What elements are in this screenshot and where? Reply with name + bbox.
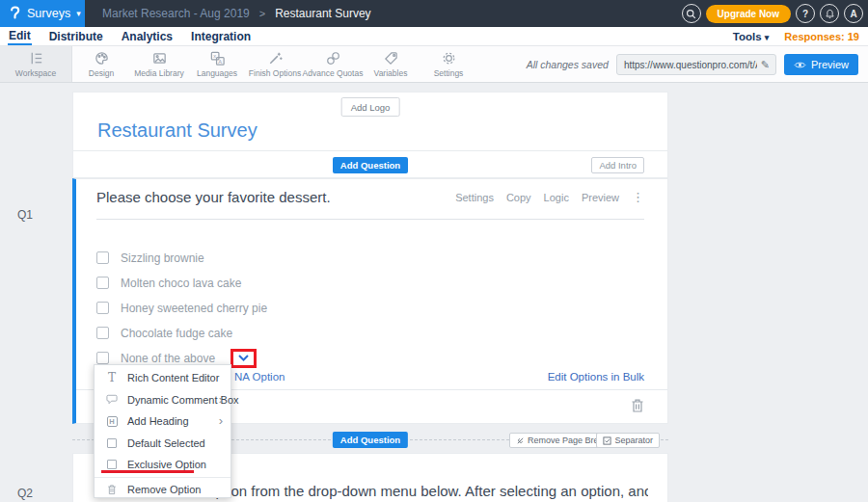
option-context-menu: T Rich Content Editor Dynamic Comment Bo…	[94, 364, 231, 498]
option-row: None of the above	[96, 352, 267, 364]
menu-item-label: Remove Option	[127, 484, 201, 495]
checkbox-icon	[104, 460, 120, 469]
gear-icon	[441, 50, 457, 66]
option-row: Sizzling brownie	[96, 251, 267, 264]
eye-icon	[794, 61, 806, 69]
checkbox-icon	[104, 438, 120, 448]
account-avatar[interactable]: A	[844, 4, 863, 23]
trash-icon	[104, 484, 120, 495]
option-row: Chocolate fudge cake	[96, 327, 267, 339]
autosave-status: All changes saved	[527, 59, 609, 70]
toolbar-right: All changes saved ✎ Preview	[527, 46, 858, 83]
top-bar: Surveys ▾ Market Research - Aug 2019 > R…	[0, 0, 868, 27]
tab-edit[interactable]: Edit	[8, 27, 32, 45]
toolbar-item-workspace[interactable]: Workspace	[0, 46, 72, 82]
na-option-link[interactable]: NA Option	[234, 371, 285, 383]
survey-nav: Edit Distribute Analytics Integration To…	[0, 27, 868, 46]
bell-icon	[825, 9, 835, 19]
heading-square-icon: H	[104, 416, 120, 427]
checkbox[interactable]	[96, 352, 109, 364]
toolbar-item-finish-options[interactable]: Finish Options	[246, 46, 304, 82]
toolbar-item-label: Settings	[434, 68, 464, 78]
help-button[interactable]: ?	[796, 4, 815, 23]
separator-label: Separator	[614, 436, 653, 445]
menu-separator	[95, 477, 231, 478]
option-row: Molten choco lava cake	[96, 277, 267, 289]
trash-icon	[631, 398, 644, 413]
chevron-down-icon: ▾	[765, 33, 770, 42]
toolbar-item-label: Variables	[374, 68, 408, 78]
breadcrumb-current: Restaurant Survey	[275, 7, 370, 20]
question-text-q1[interactable]: Please choose your favorite dessert.	[96, 189, 644, 220]
submenu-chevron-icon: ›	[219, 395, 223, 405]
menu-item-add-heading[interactable]: H Add Heading ›	[95, 410, 231, 433]
toolbar-item-design[interactable]: Design	[72, 46, 130, 82]
menu-item-label: Default Selected	[127, 437, 205, 449]
option-label[interactable]: None of the above	[121, 352, 215, 365]
menu-item-default-selected[interactable]: Default Selected	[95, 433, 231, 455]
translate-icon: xA	[209, 50, 226, 66]
workspace-icon	[28, 50, 44, 66]
add-question-button[interactable]: Add Question	[333, 432, 408, 448]
add-intro-button[interactable]: Add Intro	[591, 157, 644, 173]
checkbox[interactable]	[96, 277, 109, 289]
separator-checkbox-icon	[603, 436, 611, 445]
svg-text:A: A	[218, 59, 222, 65]
questionpro-logo-icon	[9, 6, 21, 22]
preview-label: Preview	[811, 59, 849, 70]
toolbar-item-settings[interactable]: Settings	[420, 46, 477, 82]
toolbar-item-variables[interactable]: Variables	[362, 46, 420, 82]
preview-button[interactable]: Preview	[784, 54, 858, 75]
question-number-q2: Q2	[17, 487, 33, 500]
tag-icon	[383, 50, 399, 66]
edit-url-pencil-icon[interactable]: ✎	[761, 59, 775, 71]
menu-item-label: Rich Content Editor	[127, 372, 219, 383]
topbar-actions: Upgrade Now ? A	[682, 0, 863, 27]
toolbar-item-advance-quotas[interactable]: Advance Quotas	[304, 46, 362, 82]
menu-item-rich-content-editor[interactable]: T Rich Content Editor	[95, 367, 231, 389]
toolbar-item-label: Finish Options	[249, 68, 301, 78]
surveys-menu[interactable]: Surveys ▾	[0, 0, 85, 27]
edit-options-in-bulk-link[interactable]: Edit Options in Bulk	[548, 371, 644, 383]
option-label[interactable]: Molten choco lava cake	[121, 277, 241, 290]
tab-distribute[interactable]: Distribute	[48, 27, 104, 45]
survey-title[interactable]: Restaurant Survey	[97, 119, 258, 142]
separator-button[interactable]: Separator	[596, 433, 660, 448]
option-label[interactable]: Honey sweetened cherry pie	[121, 302, 267, 315]
option-dropdown-chevron-icon[interactable]	[238, 355, 249, 361]
menu-item-dynamic-comment-box[interactable]: Dynamic Comment Box ›	[95, 389, 231, 411]
header-footer: Add Question Add Intro	[73, 150, 667, 178]
chevron-down-icon: ▾	[76, 9, 81, 18]
notifications-button[interactable]	[820, 4, 839, 23]
svg-text:x: x	[213, 53, 216, 59]
tab-analytics[interactable]: Analytics	[121, 27, 174, 45]
menu-item-remove-option[interactable]: Remove Option	[95, 479, 231, 501]
checkbox[interactable]	[96, 327, 109, 339]
toolbar-item-media-library[interactable]: Media Library	[130, 46, 188, 82]
toolbar-item-label: Advance Quotas	[303, 68, 364, 78]
toolbar-item-languages[interactable]: xA Languages	[188, 46, 246, 82]
tab-integration[interactable]: Integration	[190, 27, 252, 45]
upgrade-now-button[interactable]: Upgrade Now	[706, 5, 791, 23]
breadcrumb-parent[interactable]: Market Research - Aug 2019	[102, 7, 250, 20]
option-menu-annotation-box	[231, 349, 257, 368]
image-icon	[151, 50, 168, 66]
delete-question-button[interactable]	[631, 398, 644, 417]
add-question-button[interactable]: Add Question	[333, 157, 408, 173]
tools-menu[interactable]: Tools ▾	[733, 31, 770, 42]
comment-bubble-icon	[104, 394, 120, 405]
remove-break-icon	[516, 436, 525, 445]
submenu-chevron-icon: ›	[219, 416, 223, 426]
responses-count[interactable]: Responses: 19	[784, 31, 859, 42]
survey-url-input[interactable]	[617, 60, 761, 70]
checkbox[interactable]	[96, 302, 109, 314]
option-label[interactable]: Sizzling brownie	[121, 251, 204, 265]
survey-canvas: Q1 Q2 Add Logo Restaurant Survey Add Que…	[0, 83, 868, 502]
option-label[interactable]: Chocolate fudge cake	[121, 327, 232, 340]
checkbox[interactable]	[96, 251, 109, 264]
add-logo-button[interactable]: Add Logo	[341, 97, 400, 117]
menu-item-label: Add Heading	[127, 415, 189, 427]
app-window: Surveys ▾ Market Research - Aug 2019 > R…	[0, 0, 868, 502]
survey-url-box: ✎	[616, 54, 776, 75]
search-button[interactable]	[682, 4, 701, 23]
